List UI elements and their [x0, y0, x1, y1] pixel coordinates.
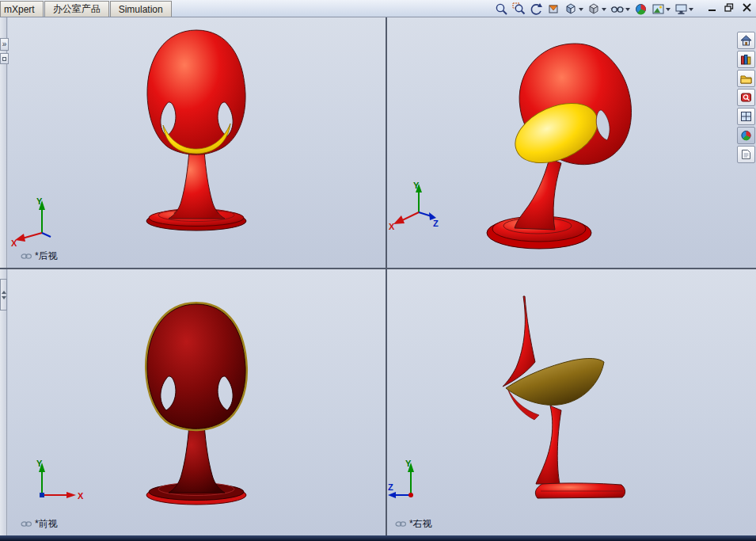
link-icon [21, 520, 32, 528]
command-tabs: mXpert 办公室产品 Simulation [0, 0, 173, 17]
view-name-right: *右视 [395, 517, 432, 531]
window-controls [705, 2, 753, 13]
apply-scene-icon[interactable] [651, 1, 671, 17]
svg-text:Y: Y [405, 459, 412, 468]
restore-button[interactable] [723, 2, 735, 13]
triad-back: Y X [11, 196, 51, 248]
chair-model-back-view: Y X [8, 17, 386, 268]
chair-model-right-view: Y Z [387, 269, 756, 535]
chair-model-front-view: Y X [8, 269, 386, 535]
svg-text:Y: Y [36, 459, 43, 468]
zoom-to-area-icon[interactable] [511, 1, 526, 17]
heads-up-toolbar [494, 0, 694, 17]
pin-icon [2, 57, 6, 61]
viewport-right[interactable]: Y Z *右视 [387, 269, 756, 535]
view-name-back: *后视 [21, 250, 58, 263]
tab-office-products[interactable]: 办公室产品 [44, 1, 109, 17]
custom-properties-icon[interactable] [737, 146, 755, 163]
triad-front: Y X [36, 459, 84, 501]
chevron-down-icon [666, 8, 671, 13]
solidworks-search-icon[interactable] [737, 89, 755, 106]
close-button[interactable] [740, 2, 753, 13]
view-name-label: *右视 [409, 517, 432, 531]
graphics-area: Y X *后视 [0, 17, 756, 535]
chevron-down-icon [625, 8, 630, 13]
viewport-back[interactable]: Y X *后视 [8, 17, 386, 268]
view-name-front: *前视 [21, 517, 58, 531]
solidworks-resources-icon[interactable] [737, 32, 755, 49]
pane-splitter-handle[interactable] [0, 279, 7, 311]
minimize-button[interactable] [705, 2, 718, 13]
design-library-icon[interactable] [737, 51, 755, 68]
svg-text:Y: Y [36, 196, 43, 206]
chevron-up-icon [2, 288, 6, 294]
display-style-icon[interactable] [587, 1, 607, 17]
view-name-label: *后视 [35, 250, 58, 263]
viewport-front[interactable]: Y X *前视 [8, 269, 386, 535]
section-view-icon[interactable] [546, 1, 561, 17]
tab-simulation[interactable]: Simulation [110, 1, 172, 17]
chair-model-iso-view: Y X Z [387, 17, 756, 268]
feature-panel-pin-button[interactable] [0, 53, 9, 64]
chevron-down-icon [579, 8, 583, 13]
view-name-label: *前视 [35, 517, 58, 531]
svg-text:X: X [11, 238, 17, 248]
svg-text:X: X [389, 222, 395, 231]
chevron-down-icon [689, 8, 693, 13]
triad-right: Y Z [388, 459, 414, 498]
viewport-splitter-vertical[interactable] [386, 17, 387, 535]
file-explorer-icon[interactable] [737, 70, 755, 87]
task-pane-tabs [737, 32, 755, 163]
tab-dimxpert[interactable]: mXpert [0, 1, 44, 17]
chevron-down-icon [602, 8, 606, 13]
viewport-isometric[interactable]: Y X Z [387, 17, 756, 268]
feature-panel-flyout-button[interactable]: » [0, 38, 9, 51]
svg-text:Z: Z [388, 482, 393, 492]
view-palette-icon[interactable] [737, 108, 755, 125]
svg-text:Y: Y [413, 181, 420, 190]
link-icon [395, 520, 407, 528]
svg-text:X: X [78, 491, 84, 501]
view-orientation-icon[interactable] [564, 1, 584, 17]
edit-appearance-icon[interactable] [633, 1, 648, 17]
zoom-to-fit-icon[interactable] [494, 1, 509, 17]
triad-iso: Y X Z [389, 181, 439, 231]
status-bar [0, 535, 756, 541]
view-settings-icon[interactable] [674, 1, 694, 17]
link-icon [21, 253, 32, 260]
viewport-splitter-horizontal[interactable] [0, 268, 756, 269]
chevron-down-icon [2, 296, 6, 302]
hide-show-items-icon[interactable] [610, 1, 631, 17]
collapsed-feature-panel[interactable] [0, 17, 7, 535]
appearances-scenes-icon[interactable] [737, 127, 755, 144]
svg-text:Z: Z [433, 219, 439, 228]
previous-view-icon[interactable] [529, 1, 544, 17]
